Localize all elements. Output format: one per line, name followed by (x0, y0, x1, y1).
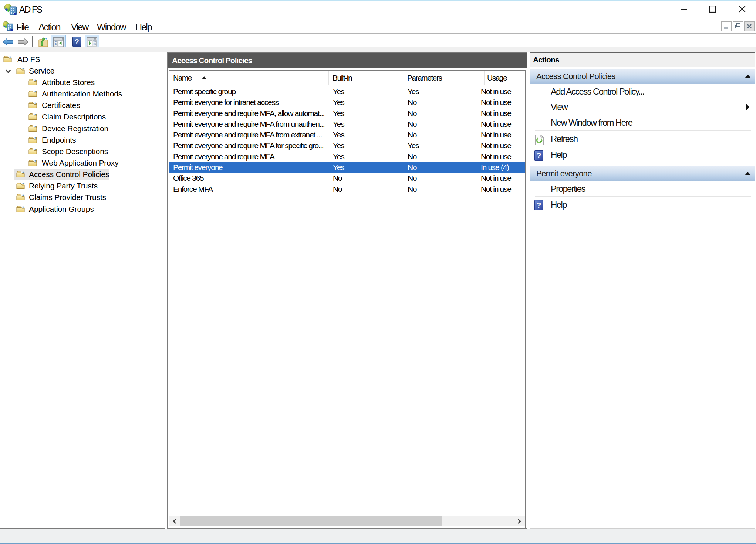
svg-text:?: ? (537, 151, 541, 160)
svg-text:?: ? (74, 38, 79, 46)
svg-text:?: ? (537, 201, 541, 209)
